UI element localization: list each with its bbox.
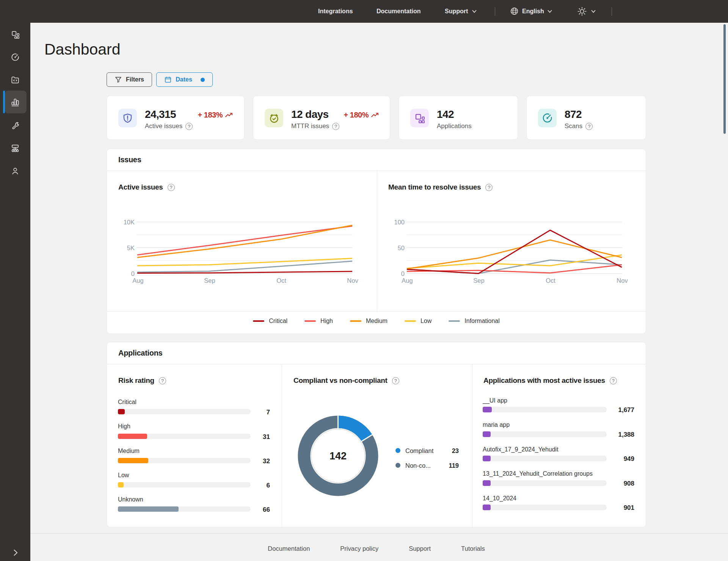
- svg-text:Aug: Aug: [402, 277, 413, 284]
- svg-text:0: 0: [401, 270, 405, 277]
- svg-text:Sep: Sep: [204, 277, 215, 284]
- svg-text:Nov: Nov: [347, 277, 358, 284]
- svg-text:Nov: Nov: [617, 277, 628, 284]
- svg-text:Oct: Oct: [276, 277, 286, 284]
- svg-text:Aug: Aug: [132, 277, 143, 284]
- svg-text:50: 50: [398, 244, 405, 251]
- svg-text:0: 0: [131, 270, 135, 277]
- svg-text:Oct: Oct: [546, 277, 555, 284]
- svg-text:100: 100: [394, 219, 405, 226]
- svg-text:Sep: Sep: [473, 277, 484, 284]
- svg-text:5K: 5K: [127, 244, 135, 251]
- svg-text:142: 142: [329, 450, 347, 462]
- svg-text:10K: 10K: [124, 219, 135, 226]
